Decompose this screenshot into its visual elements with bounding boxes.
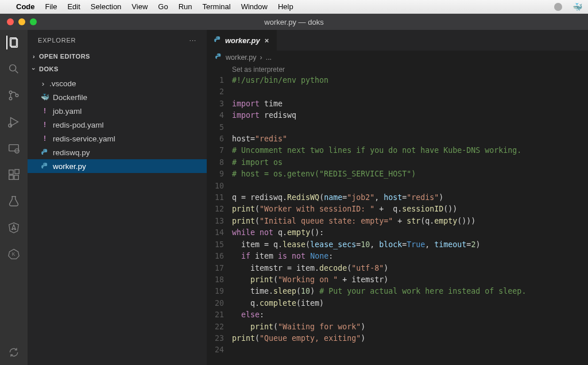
- kubernetes-activity-icon[interactable]: K: [7, 247, 21, 261]
- tree-item-label: rediswq.py: [53, 148, 90, 157]
- svg-point-4: [9, 91, 12, 94]
- menu-selection[interactable]: Selection: [91, 2, 121, 11]
- svg-point-5: [9, 97, 12, 100]
- tree-item-label: redis-service.yaml: [53, 135, 115, 143]
- remote-activity-icon[interactable]: [7, 141, 21, 155]
- svg-rect-9: [9, 145, 19, 151]
- python-icon: [215, 53, 222, 62]
- code-content[interactable]: #!/usr/bin/env python import timeimport …: [232, 75, 588, 365]
- line-number-gutter: 123456789101112131415161718192021222324: [207, 75, 232, 365]
- tree-item-redis-service-yaml[interactable]: !redis-service.yaml: [28, 132, 207, 145]
- svg-rect-11: [9, 170, 13, 174]
- chevron-down-icon: ›: [30, 66, 37, 72]
- python-icon: [40, 148, 49, 157]
- menubar-status-icon[interactable]: [554, 3, 562, 11]
- tree-item-job-yaml[interactable]: !job.yaml: [28, 104, 207, 118]
- run-debug-activity-icon[interactable]: [7, 115, 21, 129]
- explorer-more-icon[interactable]: ···: [189, 37, 196, 44]
- chevron-right-icon: ›: [31, 53, 37, 60]
- zoom-window-button[interactable]: [30, 18, 37, 25]
- docker-icon: 🐳: [40, 93, 49, 102]
- breadcrumbs[interactable]: worker.py › ...: [207, 51, 588, 64]
- minimize-window-button[interactable]: [18, 18, 25, 25]
- tree-item-label: .vscode: [49, 79, 76, 88]
- yaml-icon: !: [40, 134, 49, 143]
- menu-window[interactable]: Window: [241, 2, 268, 11]
- close-window-button[interactable]: [7, 18, 14, 25]
- explorer-sidebar: EXPLORER ··· › OPEN EDITORS › DOKS ›.vsc…: [28, 30, 207, 365]
- open-editors-label: OPEN EDITORS: [39, 53, 90, 60]
- editor-area: worker.py × worker.py › ... Set as inter…: [207, 30, 588, 365]
- menu-edit[interactable]: Edit: [67, 2, 80, 11]
- open-editors-section[interactable]: › OPEN EDITORS: [28, 50, 207, 63]
- svg-text:K: K: [12, 251, 16, 257]
- window-title: worker.py — doks: [264, 18, 323, 26]
- svg-rect-12: [9, 175, 13, 179]
- python-icon: [214, 36, 222, 45]
- workspace-section[interactable]: › DOKS: [28, 63, 207, 75]
- svg-line-3: [16, 71, 18, 74]
- tree-item-rediswq-py[interactable]: rediswq.py: [28, 145, 207, 159]
- window-titlebar: worker.py — doks: [0, 14, 588, 30]
- workspace-label: DOKS: [39, 66, 59, 72]
- menu-run[interactable]: Run: [179, 2, 192, 11]
- chevron-right-icon: ›: [40, 79, 46, 88]
- explorer-title: EXPLORER: [38, 37, 76, 44]
- macos-menubar: Code File Edit Selection View Go Run Ter…: [0, 0, 588, 14]
- tree-item-label: worker.py: [53, 162, 86, 171]
- menu-terminal[interactable]: Terminal: [203, 2, 231, 11]
- close-tab-icon[interactable]: ×: [264, 36, 270, 45]
- tab-worker-py[interactable]: worker.py ×: [207, 30, 277, 51]
- yaml-icon: !: [40, 120, 49, 129]
- yaml-icon: !: [40, 106, 49, 116]
- tree-item-Dockerfile[interactable]: 🐳Dockerfile: [28, 90, 207, 104]
- svg-rect-13: [14, 175, 18, 179]
- menubar-docker-icon[interactable]: 🐳: [572, 2, 582, 11]
- tab-label: worker.py: [225, 36, 260, 45]
- svg-point-6: [16, 94, 18, 97]
- breadcrumb-file[interactable]: worker.py: [226, 53, 257, 62]
- python-icon: [40, 162, 49, 171]
- tree-item--vscode[interactable]: ›.vscode: [28, 76, 207, 90]
- tree-item-redis-pod-yaml[interactable]: !redis-pod.yaml: [28, 118, 207, 132]
- codelens-set-interpreter[interactable]: Set as interpreter: [207, 64, 588, 75]
- tree-item-worker-py[interactable]: worker.py: [28, 159, 207, 173]
- menu-view[interactable]: View: [131, 2, 148, 11]
- testing-activity-icon[interactable]: [7, 194, 21, 208]
- activity-bar: K: [0, 30, 28, 365]
- tree-item-label: Dockerfile: [53, 93, 87, 102]
- breadcrumb-tail[interactable]: ...: [266, 53, 272, 62]
- breadcrumb-separator: ›: [260, 53, 262, 62]
- explorer-activity-icon[interactable]: [6, 36, 20, 49]
- menu-file[interactable]: File: [45, 2, 57, 11]
- svg-point-2: [10, 65, 16, 71]
- tree-item-label: job.yaml: [53, 107, 82, 116]
- menu-go[interactable]: Go: [158, 2, 168, 11]
- search-activity-icon[interactable]: [7, 62, 21, 76]
- editor-tabs: worker.py ×: [207, 30, 588, 51]
- menu-help[interactable]: Help: [278, 2, 293, 11]
- angular-activity-icon[interactable]: [7, 221, 21, 235]
- sync-activity-icon[interactable]: [7, 345, 21, 359]
- extensions-activity-icon[interactable]: [7, 168, 21, 182]
- tree-item-label: redis-pod.yaml: [53, 121, 104, 129]
- source-control-activity-icon[interactable]: [7, 89, 21, 102]
- app-name[interactable]: Code: [16, 2, 35, 11]
- file-tree: ›.vscode🐳Dockerfile!job.yaml!redis-pod.y…: [28, 75, 207, 174]
- code-editor[interactable]: 123456789101112131415161718192021222324 …: [207, 75, 588, 365]
- svg-rect-14: [15, 170, 19, 174]
